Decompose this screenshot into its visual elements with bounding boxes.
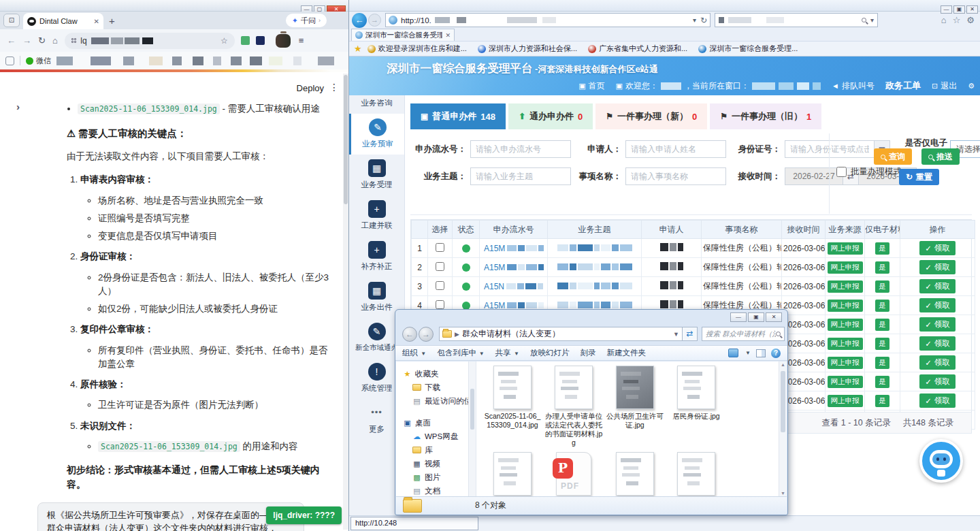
- nav-folder[interactable]: 下载: [396, 381, 476, 394]
- preview-pane-icon[interactable]: [756, 349, 766, 357]
- url-field[interactable]: lq ☆: [65, 33, 235, 49]
- sidebar-item-accept[interactable]: ▦业务受理: [349, 155, 404, 195]
- nav-gear[interactable]: ⚙: [968, 82, 975, 91]
- bookmark-wechat[interactable]: 微信: [36, 56, 51, 66]
- row-checkbox[interactable]: [436, 262, 444, 271]
- file-item[interactable]: Scan2025-11-06_153309_014.jpg: [483, 366, 542, 448]
- ie-home-icon[interactable]: ⌂: [941, 15, 947, 25]
- nav-video[interactable]: ▦视频: [396, 457, 476, 470]
- sidebar-expand-icon[interactable]: ›: [16, 101, 20, 112]
- claim-button[interactable]: ✓领取: [919, 336, 956, 351]
- qianwen-button[interactable]: ✦ 千问 ›: [286, 14, 327, 27]
- claim-button[interactable]: ✓领取: [919, 317, 956, 332]
- extension-icon-navy[interactable]: [256, 36, 265, 45]
- claim-button[interactable]: ✓领取: [919, 241, 956, 255]
- file-item[interactable]: 公共场所卫生许可证.jpg: [606, 366, 664, 448]
- claim-button[interactable]: ✓领取: [919, 298, 956, 312]
- new-tab-button[interactable]: +: [109, 15, 115, 27]
- sidebar-item-supplement[interactable]: +补齐补正: [349, 236, 404, 277]
- explorer-minimize-icon[interactable]: —: [730, 312, 747, 322]
- row-checkbox[interactable]: [436, 300, 444, 309]
- home-icon[interactable]: ⌂: [52, 35, 58, 46]
- bookmark-star-icon[interactable]: ☆: [220, 36, 228, 46]
- nav-scrollbar[interactable]: [468, 361, 476, 496]
- favorite-link[interactable]: 深圳市人力资源和社会保...: [478, 44, 577, 54]
- nav-recent[interactable]: ▤最近访问的位置: [396, 394, 476, 408]
- forward-icon[interactable]: →: [22, 35, 31, 46]
- row-checkbox[interactable]: [436, 243, 444, 252]
- sidebar-item-parallel[interactable]: +工建并联: [349, 195, 404, 236]
- explorer-back-icon[interactable]: ←: [402, 327, 417, 342]
- ie-back-icon[interactable]: ←: [352, 13, 367, 28]
- nav-star[interactable]: ★收藏夹: [396, 367, 476, 381]
- applicant-input[interactable]: [625, 140, 726, 158]
- favorite-link[interactable]: 广东省集中式人力资源和...: [588, 44, 687, 54]
- explorer-breadcrumb[interactable]: ▶ 群众申请材料（法人变更） ▼: [439, 327, 683, 341]
- sidebar-item-consult[interactable]: 业务咨询: [349, 95, 404, 114]
- serial-link[interactable]: A15M: [481, 244, 546, 253]
- file-item[interactable]: 居民身份证1.jpg: [483, 452, 542, 497]
- file-item[interactable]: [606, 452, 664, 497]
- claim-button[interactable]: ✓领取: [919, 374, 956, 389]
- reload-icon[interactable]: ↻: [38, 35, 46, 46]
- search-icon[interactable]: [862, 18, 866, 22]
- ie-forward-icon[interactable]: →: [368, 14, 381, 27]
- browser-tab[interactable]: Dintal Claw ✕: [23, 13, 103, 29]
- extension-icon-green[interactable]: [241, 36, 250, 45]
- ie-favorites-icon[interactable]: ☆: [953, 15, 961, 25]
- serial-input[interactable]: [470, 140, 571, 158]
- back-icon[interactable]: ←: [7, 35, 16, 46]
- explorer-search-box[interactable]: 搜索 群众申请材料（法人变更）: [702, 327, 785, 341]
- assistant-mascot[interactable]: [919, 439, 963, 483]
- reset-button[interactable]: ↻重置: [899, 169, 939, 185]
- file-item[interactable]: [667, 452, 725, 497]
- explorer-forward-icon[interactable]: →: [419, 327, 434, 342]
- tab-通办申办件[interactable]: ⬆通办申办件0: [508, 103, 593, 129]
- claim-button[interactable]: ✓领取: [919, 279, 956, 293]
- nav-queue[interactable]: ◄排队叫号: [832, 80, 875, 92]
- toolbar-放映幻灯片[interactable]: 放映幻灯片: [530, 348, 570, 358]
- kebab-menu-icon[interactable]: ⋮: [329, 82, 339, 93]
- search-dropdown-icon[interactable]: ▾: [870, 16, 874, 24]
- left-scrollbar[interactable]: [343, 74, 348, 530]
- claim-button[interactable]: ✓领取: [919, 355, 956, 370]
- sidebar-item-preview[interactable]: ✎业务预审: [349, 114, 404, 155]
- serial-link[interactable]: A15M: [481, 263, 546, 272]
- tab-stack-icon[interactable]: [5, 57, 14, 65]
- topic-input[interactable]: [470, 167, 571, 185]
- explorer-maximize-icon[interactable]: ▣: [748, 312, 764, 322]
- tab-普通申办件[interactable]: ▣普通申办件148: [410, 103, 506, 129]
- breadcrumb-dropdown-icon[interactable]: ▼: [673, 331, 679, 338]
- tab-close-icon[interactable]: ✕: [94, 18, 99, 25]
- ie-url-field[interactable]: http://10. ▾↻: [385, 13, 710, 27]
- favorite-link[interactable]: 欢迎登录深圳市住房和建...: [368, 44, 467, 54]
- view-caret-icon[interactable]: ▼: [745, 350, 751, 356]
- file-item[interactable]: PPDF: [544, 452, 603, 497]
- tab-一件事办理（新）[interactable]: ⚑一件事办理（新）0: [595, 103, 707, 129]
- deploy-button[interactable]: Deploy: [297, 83, 324, 93]
- nav-library[interactable]: 库: [396, 443, 476, 457]
- toolbar-包含到库中[interactable]: 包含到库中 ▼: [437, 348, 485, 358]
- browser-menu-icon[interactable]: ≡: [299, 35, 304, 46]
- url-dropdown-icon[interactable]: ▾: [693, 16, 696, 24]
- ie-search-box[interactable]: ▾: [715, 13, 878, 27]
- batch-mode[interactable]: 批量办理模式: [836, 166, 902, 178]
- tab-search-icon[interactable]: ⊡: [3, 14, 20, 27]
- explorer-close-icon[interactable]: ✕: [766, 312, 782, 322]
- toolbar-新建文件夹[interactable]: 新建文件夹: [606, 348, 646, 358]
- ie-tab-close-icon[interactable]: ✕: [445, 32, 451, 39]
- toolbar-共享[interactable]: 共享 ▼: [495, 348, 519, 358]
- row-checkbox[interactable]: [436, 281, 444, 290]
- item-input[interactable]: [625, 167, 726, 185]
- nav-work-order[interactable]: 政务工单: [885, 80, 921, 92]
- batch-checkbox[interactable]: [836, 167, 847, 177]
- profile-avatar[interactable]: [276, 34, 291, 48]
- push-button[interactable]: 推送: [921, 148, 960, 165]
- claim-button[interactable]: ✓领取: [919, 260, 956, 274]
- query-button[interactable]: 查询: [874, 148, 912, 165]
- file-item[interactable]: 办理人受申请单位或法定代表人委托的书面证明材料.jpg: [544, 366, 603, 448]
- favorites-star-icon[interactable]: ★: [354, 44, 362, 54]
- nav-document[interactable]: ▤文档: [396, 484, 476, 496]
- claim-button[interactable]: ✓领取: [919, 393, 956, 408]
- help-icon[interactable]: ?: [771, 349, 781, 358]
